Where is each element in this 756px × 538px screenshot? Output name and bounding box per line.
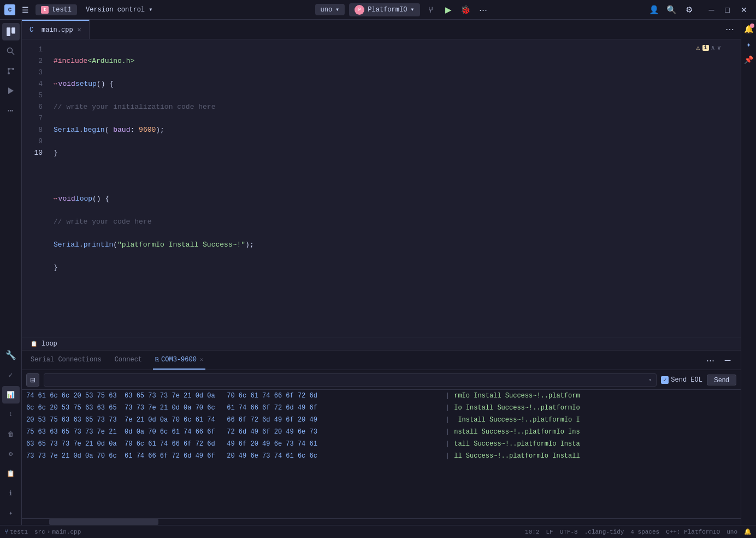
right-sidebar-ai[interactable]: ✦ <box>743 38 755 50</box>
right-sidebar-notifications[interactable]: 🔔 <box>743 23 755 35</box>
panel-minimize-button[interactable]: ─ <box>721 354 734 367</box>
code-line-2: ↔void setup() { <box>54 78 741 90</box>
title-bar-center: uno ▾ P PlatformIO ▾ ⑂ ▶ 🐞 ⋯ <box>161 3 643 16</box>
tab-close-button[interactable]: ✕ <box>78 26 81 34</box>
status-board[interactable]: uno <box>727 529 737 535</box>
activity-item-explorer[interactable] <box>2 23 20 40</box>
tab-filename: main.cpp <box>42 26 73 34</box>
code-editor[interactable]: #include <Arduino.h> ↔void setup() { // … <box>49 39 741 337</box>
activity-item-settings[interactable]: ⚙ <box>2 445 20 463</box>
serial-dropdown-arrow[interactable]: ▾ <box>648 377 652 383</box>
svg-point-4 <box>8 68 10 70</box>
device-arrow: ▾ <box>335 5 339 14</box>
run-button[interactable]: ▶ <box>442 3 455 16</box>
panel-more-button[interactable]: ⋯ <box>704 354 717 367</box>
debug-button[interactable]: 🐞 <box>459 3 472 16</box>
maximize-button[interactable]: □ <box>721 3 734 16</box>
cpp-file-icon: C <box>29 26 37 34</box>
version-control-btn[interactable]: Version control ▾ <box>81 4 157 15</box>
warning-indicator: ⚠ 1 ∧ ∨ <box>696 44 721 52</box>
project-tab[interactable]: t test1 <box>36 4 77 15</box>
activity-item-source-control[interactable] <box>2 62 20 80</box>
activity-item-erase[interactable]: 🗑 <box>2 425 20 443</box>
platformio-arrow: ▾ <box>410 5 414 14</box>
horizontal-scrollbar[interactable] <box>22 518 741 525</box>
project-icon: t <box>41 6 49 14</box>
title-bar-left: C ☰ t test1 Version control ▾ <box>4 3 157 16</box>
breadcrumb: 📋 loop <box>22 337 741 350</box>
activity-item-run[interactable] <box>2 82 20 100</box>
svg-point-5 <box>8 72 10 74</box>
panel-tab-serial-connections[interactable]: Serial Connections <box>28 350 104 370</box>
code-line-10: } <box>54 262 741 273</box>
warning-nav-up[interactable]: ∧ <box>711 44 715 52</box>
panel-actions: ⋯ ─ <box>704 354 734 367</box>
code-line-5: } <box>54 147 741 159</box>
serial-row: 74 61 6c 6c 20 53 75 63 63 65 73 73 7e 2… <box>22 390 741 402</box>
serial-toolbar: ⊟ ▾ ✓ Send EOL Send <box>22 370 741 390</box>
editor-section: C main.cpp ✕ ⋯ ⚠ 1 ∧ ∨ <box>22 20 741 525</box>
activity-item-extensions[interactable]: ⋯ <box>2 102 20 119</box>
activity-item-search[interactable] <box>2 43 20 60</box>
branch-button[interactable]: ⑂ <box>424 3 438 16</box>
activity-item-info[interactable]: ℹ <box>2 484 20 502</box>
platformio-label: PlatformIO <box>368 6 407 14</box>
com-tab-close[interactable]: ✕ <box>200 356 204 363</box>
status-language[interactable]: C++: PlatformIO <box>666 529 720 535</box>
minimize-button[interactable]: ─ <box>705 3 719 16</box>
serial-input[interactable] <box>49 376 648 384</box>
status-bell[interactable]: 🔔 <box>744 528 752 535</box>
serial-data[interactable]: 74 61 6c 6c 20 53 75 63 63 65 73 73 7e 2… <box>22 390 741 518</box>
tab-main-cpp[interactable]: C main.cpp ✕ <box>22 20 90 39</box>
serial-row: 6c 6c 20 53 75 63 63 65 73 73 7e 21 0d 0… <box>22 402 741 414</box>
send-button[interactable]: Send <box>707 375 736 385</box>
status-cursor[interactable]: 10:2 <box>525 529 539 535</box>
panel-tab-connect[interactable]: Connect <box>113 350 144 370</box>
status-indent[interactable]: 4 spaces <box>630 529 659 535</box>
activity-item-build[interactable]: ✓ <box>2 366 20 384</box>
tab-more-button[interactable]: ⋯ <box>723 23 736 36</box>
activity-item-serial-monitor[interactable]: 📊 <box>2 386 20 404</box>
status-bar-left: ⑂ test1 src › main.cpp <box>4 529 81 535</box>
search-button[interactable]: 🔍 <box>665 3 678 16</box>
scrollbar-thumb[interactable] <box>49 519 158 525</box>
code-line-1: #include <Arduino.h> <box>54 55 741 67</box>
more-button[interactable]: ⋯ <box>477 3 490 16</box>
editor-bottom-container: ⚠ 1 ∧ ∨ 1 2 3 4 5 6 7 8 9 <box>22 39 741 525</box>
status-project[interactable]: ⑂ test1 <box>4 529 28 535</box>
activity-item-ai[interactable]: ✦ <box>2 504 20 522</box>
right-sidebar: 🔔 ✦ 📌 <box>741 20 756 525</box>
activity-item-boards[interactable]: 📋 <box>2 465 20 482</box>
platformio-selector[interactable]: P PlatformIO ▾ <box>349 3 420 16</box>
svg-point-2 <box>7 48 12 53</box>
code-container[interactable]: ⚠ 1 ∧ ∨ 1 2 3 4 5 6 7 8 9 <box>22 39 741 337</box>
warning-nav-down[interactable]: ∨ <box>717 44 721 52</box>
breadcrumb-fn: loop <box>42 340 57 348</box>
breadcrumb-fn-icon: 📋 <box>31 341 37 347</box>
panel-tab-com3[interactable]: ⎘ COM3-9600 ✕ <box>153 350 205 370</box>
status-breadcrumb[interactable]: src › main.cpp <box>34 529 81 535</box>
status-linter[interactable]: .clang-tidy <box>584 529 624 535</box>
hamburger-button[interactable]: ☰ <box>20 3 31 16</box>
code-line-7: ↔void loop() { <box>54 193 741 204</box>
account-button[interactable]: 👤 <box>648 3 661 16</box>
close-button[interactable]: ✕ <box>736 3 752 16</box>
activity-item-serial[interactable]: ↕ <box>2 406 20 423</box>
platformio-icon: P <box>355 5 364 15</box>
status-bar-right: 10:2 LF UTF-8 .clang-tidy 4 spaces C++: … <box>525 528 752 535</box>
activity-item-platformio-home[interactable]: 🔧 <box>2 347 20 364</box>
serial-clear-button[interactable]: ⊟ <box>26 373 39 387</box>
right-sidebar-pin[interactable]: 📌 <box>743 54 755 66</box>
settings-button[interactable]: ⚙ <box>683 3 696 16</box>
status-line-ending[interactable]: LF <box>546 529 553 535</box>
notification-badge <box>750 24 754 28</box>
device-selector[interactable]: uno ▾ <box>315 4 345 15</box>
send-eol-checkbox[interactable]: ✓ <box>661 376 669 384</box>
svg-point-6 <box>12 68 14 70</box>
activity-bar: ⋯ 🔧 ✓ 📊 ↕ 🗑 ⚙ 📋 ℹ ✦ <box>0 20 22 525</box>
serial-input-wrap: ▾ <box>44 373 657 387</box>
code-line-4: Serial.begin( baud: 9600); <box>54 124 741 136</box>
code-line-8: // write your code here <box>54 216 741 227</box>
status-encoding[interactable]: UTF-8 <box>560 529 578 535</box>
svg-rect-1 <box>11 27 15 33</box>
